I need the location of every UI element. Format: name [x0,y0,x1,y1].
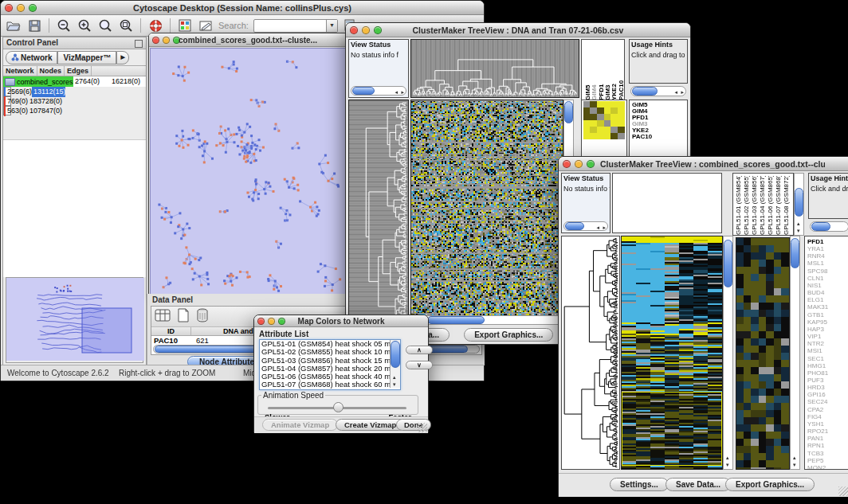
close-icon[interactable] [257,318,265,325]
gene-label[interactable]: YRA1 [807,245,848,252]
tv2-row-dendrogram[interactable] [561,236,620,470]
column-label[interactable]: GPL51-02 (GSM855) [743,176,751,235]
scroll-down-icon[interactable]: ▾ [793,460,796,469]
gene-label[interactable]: HMG1 [807,362,848,369]
move-up-button[interactable]: ∧ [406,346,433,354]
view-status-hscrollbar[interactable]: ◂ ▸ [351,86,406,96]
close-icon[interactable] [152,37,159,44]
scroll-down-icon[interactable]: ▾ [393,380,396,389]
tv2-column-tree-area[interactable] [612,173,722,233]
network-view-window-1[interactable]: combined_scores_good.txt--cluste... [148,33,347,297]
column-label[interactable]: GPL51-07 (GSM868) [775,176,783,235]
column-header[interactable]: Edges [65,66,92,76]
scroll-right-icon[interactable]: ▸ [603,223,606,232]
tv2-heatmap-vscrollbar[interactable]: ▴ ▾ [723,236,733,470]
column-label[interactable]: GPL51-03 (GSM856) [751,176,759,235]
gene-label[interactable]: CLN1 [807,275,848,282]
scroll-left-icon[interactable]: ◂ [395,88,398,96]
column-label[interactable]: GPL51-01 (GSM854) [735,176,743,235]
settings-button[interactable]: Settings... [610,478,669,491]
gene-label[interactable]: VIP1 [807,333,848,340]
minimize-icon[interactable] [163,37,170,44]
id-column-header[interactable]: ID [151,327,191,335]
tab-overflow-arrow[interactable]: ▶ [116,51,129,64]
tv2-zoom-vscrollbar[interactable]: ▴ ▾ [790,236,800,470]
tv2-zoom-heatmap[interactable] [736,237,790,470]
new-attribute-icon[interactable] [177,308,190,326]
gene-label[interactable]: PAN1 [807,435,848,442]
network-table-header[interactable]: NetworkNodesEdges [3,65,146,76]
column-label[interactable]: GPL51-08 (GSM872) [783,176,791,235]
zoom-heatmap-canvas[interactable] [736,238,789,469]
export-graphics-button[interactable]: Export Graphics... [464,328,553,342]
tv1-column-dendrogram[interactable] [410,39,579,98]
gene-label[interactable]: RPO21 [807,428,848,435]
scrollbar-thumb[interactable] [427,316,485,324]
scroll-right-icon[interactable]: ▸ [681,88,684,96]
scroll-left-icon[interactable]: ◂ [596,223,599,232]
gene-label[interactable]: MSI1 [807,347,848,354]
column-label[interactable]: GPL51-06 (GSM865) [767,176,775,235]
scrollbar-thumb[interactable] [811,222,830,231]
gene-label[interactable]: MSL1 [807,260,848,267]
network-overview-canvas[interactable] [6,278,144,361]
tab-vizmapper[interactable]: VizMapper™ [57,51,116,64]
tab-network[interactable]: Network [6,51,57,64]
scrollbar-thumb[interactable] [791,238,799,268]
network-canvas[interactable] [150,48,346,297]
map-colors-dialog[interactable]: Map Colors to Network Attribute List GPL… [253,315,429,433]
gene-label[interactable]: SEC1 [807,355,848,362]
scrollbar-thumb[interactable] [391,341,400,368]
network-row[interactable]: combined_sco 2569(6) 13112(15) [3,87,11,96]
network-overview-panel[interactable] [6,277,143,363]
gene-label[interactable]: GPI16 [807,391,848,398]
search-dropdown-icon[interactable]: ▼ [326,20,337,32]
row-dendrogram-canvas[interactable] [349,100,408,322]
animate-vizmap-button[interactable]: Animate Vizmap [262,419,338,431]
gene-label[interactable]: CPA2 [807,406,848,413]
minimize-icon[interactable] [268,318,275,325]
help-lifering-icon[interactable] [147,18,163,33]
gene-label[interactable]: PEP5 [807,457,848,464]
column-dendrogram-canvas[interactable] [411,40,579,97]
delete-attribute-icon[interactable] [196,308,209,326]
tv2-usage-hscrollbar[interactable] [810,221,848,232]
gene-label[interactable]: MON2 [807,464,848,470]
treeview2-titlebar[interactable]: ClusterMaker TreeView : combined_scores_… [559,157,848,171]
row-dendrogram-canvas[interactable] [562,236,619,469]
scroll-left-icon[interactable]: ◂ [674,88,677,96]
attribute-listbox[interactable]: GPL51-01 (GSM854) heat shock 05 minGPL51… [259,339,401,390]
tv2-collabel-vscrollbar[interactable]: ▴ ▾ [794,173,804,236]
global-heatmap-canvas[interactable] [622,236,722,469]
gene-label[interactable]: YSH1 [807,420,848,428]
zoom-out-icon[interactable] [56,18,72,33]
save-icon[interactable] [26,18,42,33]
scroll-down-icon[interactable]: ▾ [797,226,800,235]
column-label[interactable]: PFD1 [598,43,604,100]
column-header[interactable]: Nodes [37,66,65,76]
gene-label[interactable]: HAP3 [807,326,848,333]
zoom-selected-icon[interactable] [97,18,113,33]
gene-label[interactable]: GTB1 [807,311,848,318]
gene-label[interactable]: PUF3 [807,377,848,384]
zoom-fit-icon[interactable] [118,18,134,33]
zoom-heatmap-canvas[interactable] [583,101,625,139]
gene-label[interactable]: SEC24 [807,398,848,405]
minimize-icon[interactable] [17,4,25,12]
network-row[interactable]: combined_scores 2764(0) 16218(0) [3,76,146,87]
tv2-global-heatmap[interactable] [621,236,723,470]
column-label[interactable]: PAC10 [618,43,624,100]
minimize-icon[interactable] [362,26,370,34]
tv1-global-heatmap[interactable] [410,100,563,322]
cytoscape-titlebar[interactable]: Cytoscape Desktop (Session Name: collins… [1,1,484,15]
gene-label[interactable]: PHO81 [807,369,848,377]
gene-label[interactable]: FIG4 [807,413,848,420]
scroll-down-icon[interactable]: ▾ [726,460,729,469]
create-vizmap-button[interactable]: Create Vizmap [336,419,405,431]
map-dialog-titlebar[interactable]: Map Colors to Network [254,315,428,327]
save-data-button[interactable]: Save Data... [665,478,731,491]
export-graphics-button[interactable]: Export Graphics... [725,478,815,491]
column-label[interactable]: GIM4 [591,43,597,100]
scrollbar-thumb[interactable] [565,222,584,230]
gene-label[interactable]: KAP95 [807,318,848,326]
